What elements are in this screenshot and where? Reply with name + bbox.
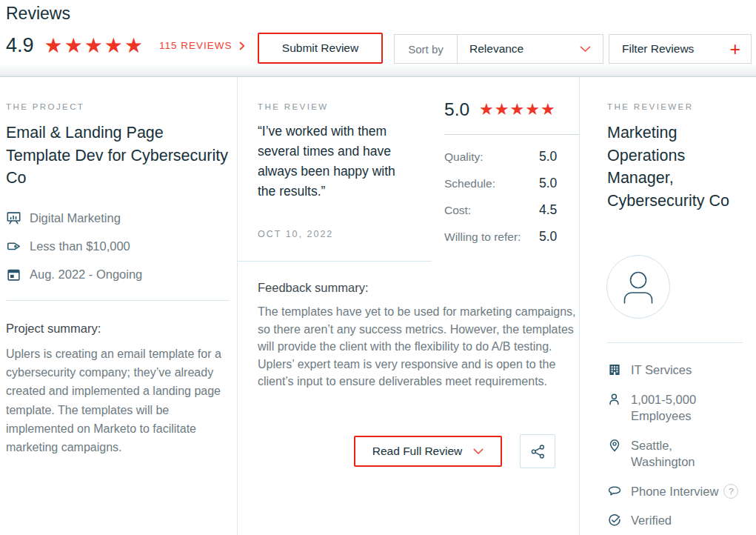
reviewer-detail-list: IT Services 1,001-5,000 Employees Seattl… <box>607 362 738 535</box>
project-detail-row: Digital Marketing <box>6 210 142 226</box>
rating-breakdown: Quality: 5.0 Schedule: 5.0 Cost: 4.5 Wil… <box>444 149 579 245</box>
project-summary-label: Project summary: <box>6 322 101 336</box>
project-section-label: THE PROJECT <box>6 102 84 111</box>
header-bottom-shadow <box>0 64 756 76</box>
review-card: THE PROJECT Email & Landing Page Templat… <box>0 76 756 535</box>
calendar-icon <box>6 267 21 282</box>
project-timeline-line: Aug. 2022 - Ongoing <box>30 268 142 282</box>
reviewer-section-label: THE REVIEWER <box>607 102 693 111</box>
reviews-count-link[interactable]: 115 REVIEWS <box>159 40 245 51</box>
feedback-summary-text: The templates have yet to be used for ma… <box>258 303 578 391</box>
reviewer-verified-row: Verified <box>607 512 738 529</box>
rating-label: Schedule: <box>444 177 539 190</box>
help-icon[interactable]: ? <box>723 484 738 499</box>
filter-reviews-label: Filter Reviews <box>609 42 729 56</box>
reviewer-location: Seattle, Washington <box>631 437 714 471</box>
project-detail-row: Aug. 2022 - Ongoing <box>6 267 142 282</box>
rating-divider <box>444 134 579 135</box>
reviewer-company-size: 1,001-5,000 Employees <box>631 391 714 425</box>
rating-label: Willing to refer: <box>444 230 539 244</box>
chevron-down-icon <box>580 46 591 53</box>
reviewer-industry-row: IT Services <box>607 362 738 379</box>
share-icon <box>530 444 546 459</box>
project-detail-row: Less than $10,000 <box>6 239 142 254</box>
person-icon <box>607 392 622 407</box>
rating-row-schedule: Schedule: 5.0 <box>444 176 579 191</box>
rating-value: 5.0 <box>539 229 557 245</box>
page-title: Reviews <box>6 4 70 24</box>
overall-star-rating: ★★★★★ <box>44 36 145 56</box>
sort-value[interactable]: Relevance <box>458 35 603 63</box>
check-circle-icon <box>607 513 622 528</box>
reviewer-interview-row: Phone Interview ? <box>607 483 738 500</box>
submit-review-label: Submit Review <box>282 41 358 55</box>
reviewer-size-row: 1,001-5,000 Employees <box>607 391 738 425</box>
reviewer-verified: Verified <box>631 512 672 529</box>
rating-row-quality: Quality: 5.0 <box>444 149 579 165</box>
rating-summary-block: 5.0 ★★★★★ Quality: 5.0 Schedule: 5.0 Cos… <box>444 99 579 256</box>
sort-by-dropdown[interactable]: Sort by Relevance <box>394 34 603 64</box>
read-full-review-button[interactable]: Read Full Review <box>354 436 502 467</box>
project-detail-list: Digital Marketing Less than $10,000 Aug.… <box>6 210 142 295</box>
reviewer-location-row: Seattle, Washington <box>607 437 738 471</box>
project-divider <box>6 300 230 301</box>
reviewer-interview-type: Phone Interview <box>631 483 718 500</box>
presentation-icon <box>6 210 21 226</box>
feedback-summary-label: Feedback summary: <box>258 281 368 295</box>
review-section-label: THE REVIEW <box>258 102 329 111</box>
rating-row-cost: Cost: 4.5 <box>444 202 579 218</box>
reviewer-divider <box>607 342 743 343</box>
project-budget-line: Less than $10,000 <box>30 239 130 253</box>
rating-label: Quality: <box>444 150 539 164</box>
review-rating-value: 5.0 <box>444 99 469 120</box>
rating-label: Cost: <box>444 204 539 217</box>
rating-value: 5.0 <box>539 149 557 165</box>
reviews-count-label: 115 REVIEWS <box>159 40 233 51</box>
rating-value: 4.5 <box>539 202 557 218</box>
quote-divider <box>238 261 432 262</box>
read-full-review-label: Read Full Review <box>372 445 462 458</box>
avatar <box>606 255 670 319</box>
chevron-down-icon <box>473 448 484 455</box>
reviewer-title: Marketing Operations Manager, Cybersecur… <box>607 122 729 212</box>
project-title: Email & Landing Page Template Dev for Cy… <box>6 122 228 190</box>
review-column: THE REVIEW “I’ve worked with them severa… <box>238 77 579 535</box>
review-date: OCT 10, 2022 <box>258 229 333 239</box>
reviewer-column: THE REVIEWER Marketing Operations Manage… <box>579 77 756 535</box>
person-avatar-icon <box>607 256 669 318</box>
project-column: THE PROJECT Email & Landing Page Templat… <box>0 77 238 535</box>
location-icon <box>607 438 622 453</box>
project-service-line: Digital Marketing <box>30 211 121 225</box>
chevron-right-icon <box>239 41 245 50</box>
review-star-rating: ★★★★★ <box>479 102 556 118</box>
speech-bubble-icon <box>607 484 622 499</box>
review-quote: “I’ve worked with them several times and… <box>258 122 415 202</box>
plus-icon: + <box>729 40 751 59</box>
overall-rating-row: 4.9 ★★★★★ 115 REVIEWS <box>6 34 245 57</box>
share-button[interactable] <box>520 434 555 468</box>
filter-reviews-button[interactable]: Filter Reviews + <box>609 34 752 64</box>
project-summary-text: Uplers is creating an email template for… <box>6 345 224 456</box>
submit-review-button[interactable]: Submit Review <box>258 33 383 64</box>
tag-icon <box>6 239 21 254</box>
rating-row-willing-to-refer: Willing to refer: 5.0 <box>444 229 579 245</box>
building-icon <box>607 362 622 377</box>
rating-value: 5.0 <box>539 176 557 191</box>
reviewer-industry: IT Services <box>631 362 692 379</box>
sort-by-label: Sort by <box>395 35 458 63</box>
overall-rating-value: 4.9 <box>6 34 34 57</box>
sort-selected-option: Relevance <box>469 42 580 56</box>
